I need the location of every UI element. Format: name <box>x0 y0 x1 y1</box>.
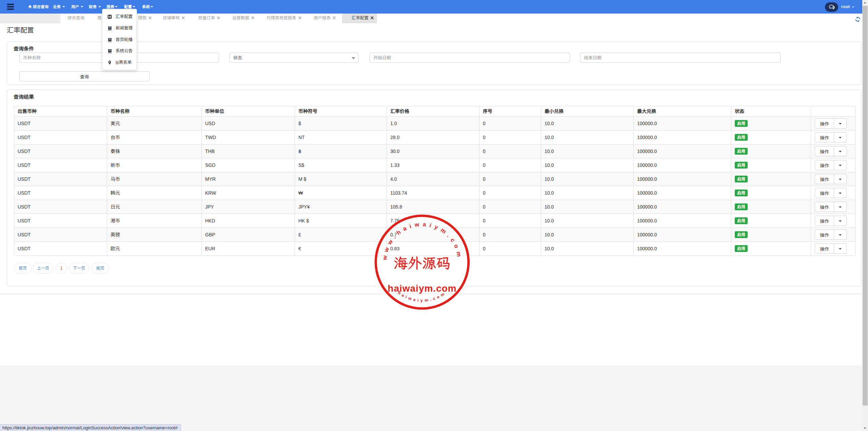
close-icon[interactable] <box>217 14 220 23</box>
row-action-dropdown-button[interactable] <box>834 188 847 198</box>
search-button[interactable]: 查询 <box>19 71 150 81</box>
cell-currency-name: 欧元 <box>111 246 120 251</box>
menu-item-news-management[interactable]: 新闻管理 <box>102 23 137 34</box>
cell-max-exchange: 100000.0 <box>637 162 657 168</box>
cell-currency-unit: USD <box>205 121 215 126</box>
pagination-prev-button[interactable]: 上一页 <box>33 263 53 274</box>
refresh-icon[interactable] <box>855 17 861 22</box>
row-action-button[interactable]: 操作 <box>815 230 834 240</box>
browser-status-bar: https://tiktok.jiuzhouw.top/admin/normal… <box>0 424 181 431</box>
col-header-rate-price: 汇率价格 <box>387 106 479 117</box>
row-action-button[interactable]: 操作 <box>815 243 834 254</box>
nav-item-system[interactable]: 系统 <box>142 0 153 14</box>
nav-item-business[interactable]: 业务 <box>53 0 65 14</box>
vertical-scrollbar[interactable] <box>862 0 868 431</box>
cell-sequence: 0 <box>483 121 486 126</box>
tab-agent-report[interactable]: 代理商充提报表 <box>267 14 301 23</box>
row-action-dropdown-button[interactable] <box>834 216 847 226</box>
pagination-current-page[interactable]: 1 <box>56 263 67 274</box>
start-date-input[interactable] <box>370 53 570 63</box>
cell-currency-symbol: £ <box>298 232 301 237</box>
row-action-button[interactable]: 操作 <box>815 160 834 170</box>
messages-button[interactable] <box>825 2 838 12</box>
menu-item-home-carousel[interactable]: 首页轮播 <box>102 34 137 46</box>
caret-down-icon <box>98 6 101 7</box>
menu-item-system-announcement[interactable]: 系统公告 <box>102 45 137 57</box>
menu-item-label: 首页轮播 <box>116 37 133 42</box>
tab-user-report[interactable]: 用户报表 <box>314 14 336 23</box>
user-menu[interactable]: root <box>841 0 850 14</box>
nav-item-finance[interactable]: 财务 <box>89 0 101 14</box>
cell-min-exchange: 10.0 <box>545 218 554 223</box>
cell-currency-symbol: JPY¥ <box>298 204 310 210</box>
book-icon <box>107 26 112 31</box>
sidebar-toggle-button[interactable] <box>7 4 14 10</box>
tab-label: 充值订单 <box>198 16 215 20</box>
scrollbar-thumb[interactable] <box>863 6 868 406</box>
tab-label: 汇率配置 <box>352 16 369 20</box>
end-date-input[interactable] <box>580 53 781 63</box>
row-action-button[interactable]: 操作 <box>815 118 834 129</box>
hackernews-icon <box>107 15 112 19</box>
cell-currency-unit: JPY <box>205 204 214 210</box>
row-action-button[interactable]: 操作 <box>815 174 834 184</box>
page-title: 汇率配置 <box>7 25 34 35</box>
tab-partial-1[interactable]: 商 <box>97 14 102 23</box>
cell-currency-unit: HKD <box>205 218 215 223</box>
row-action-dropdown-button[interactable] <box>834 230 847 240</box>
pagination-next-button[interactable]: 下一页 <box>69 263 89 274</box>
close-icon[interactable] <box>371 14 374 23</box>
scrollbar-down-arrow[interactable] <box>864 428 866 429</box>
close-icon[interactable] <box>333 14 336 23</box>
row-action-button[interactable]: 操作 <box>815 188 834 198</box>
cell-sell-currency: USDT <box>18 232 31 237</box>
pagination-first-button[interactable]: 首页 <box>14 263 32 274</box>
tab-partial-2[interactable]: 理商 <box>138 14 152 23</box>
col-header-currency-symbol: 币种符号 <box>295 106 387 117</box>
row-action-dropdown-button[interactable] <box>834 174 847 184</box>
cell-sequence: 0 <box>483 218 486 223</box>
status-select[interactable]: 状态 <box>230 53 358 63</box>
caret-down-icon <box>839 123 842 124</box>
close-icon[interactable] <box>298 14 301 23</box>
row-action-dropdown-button[interactable] <box>834 118 847 129</box>
close-icon[interactable] <box>251 14 254 23</box>
pagination-last-button[interactable]: 尾页 <box>91 263 109 274</box>
row-action-dropdown-button[interactable] <box>834 132 847 142</box>
row-action-dropdown-button[interactable] <box>834 243 847 254</box>
tab-shop-review[interactable]: 店铺审核 <box>163 14 185 23</box>
status-badge: 启用 <box>735 217 748 224</box>
row-action-dropdown-button[interactable] <box>834 146 847 156</box>
menu-item-exchange-rate-config[interactable]: 汇率配置 <box>102 11 137 23</box>
map-marker-icon <box>107 60 112 65</box>
close-icon[interactable] <box>182 14 185 23</box>
row-action-button[interactable]: 操作 <box>815 202 834 212</box>
row-action-button[interactable]: 操作 <box>815 216 834 226</box>
cell-sequence: 0 <box>483 204 486 210</box>
close-icon[interactable] <box>149 14 152 23</box>
cell-sequence: 0 <box>483 232 486 237</box>
cell-currency-symbol: $ <box>298 121 301 126</box>
row-action-button[interactable]: 操作 <box>815 146 834 156</box>
caret-down-icon <box>151 6 153 7</box>
cell-currency-symbol: HK $ <box>298 218 309 223</box>
row-action-dropdown-button[interactable] <box>834 160 847 170</box>
cell-max-exchange: 100000.0 <box>637 121 657 126</box>
cell-sequence: 0 <box>483 149 486 154</box>
row-action-button[interactable]: 操作 <box>815 132 834 142</box>
tab-exchange-rate-config[interactable]: 汇率配置 <box>342 14 377 23</box>
tab-label: 理商 <box>138 16 146 20</box>
tab-summary-query[interactable]: 综合查询 <box>67 14 84 23</box>
tab-recharge-orders[interactable]: 充值订单 <box>198 14 220 23</box>
cell-min-exchange: 10.0 <box>545 135 554 140</box>
cell-rate-price: 30.0 <box>390 149 399 154</box>
cell-rate-price: 28.0 <box>390 135 399 140</box>
tab-operation-data[interactable]: 运营数据 <box>232 14 254 23</box>
scrollbar-up-arrow[interactable] <box>864 2 866 3</box>
menu-item-ip-blacklist[interactable]: ip黑名单 <box>102 57 137 68</box>
book-icon <box>107 38 112 42</box>
row-action-dropdown-button[interactable] <box>834 202 847 212</box>
nav-item-users[interactable]: 用户 <box>71 0 83 14</box>
nav-item-dashboard[interactable]: 综合查询 <box>28 0 48 14</box>
tab-bar-left-block <box>0 14 60 23</box>
